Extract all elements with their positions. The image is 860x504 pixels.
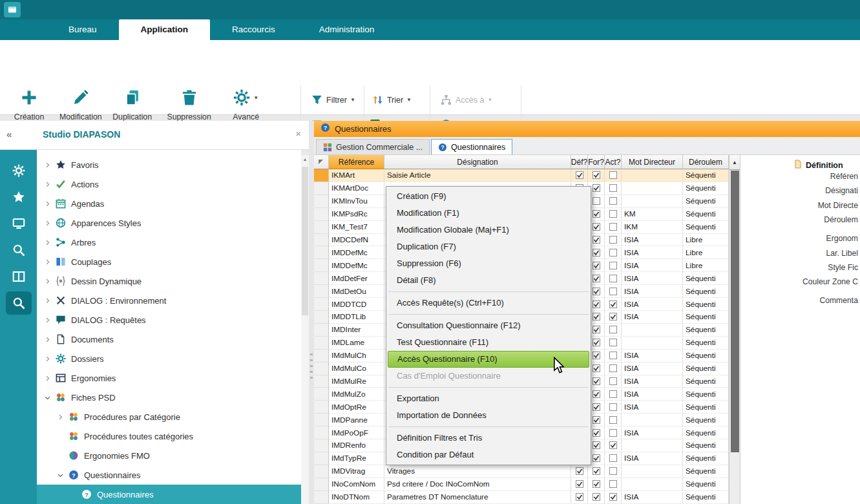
- ribbon-button-duplication[interactable]: Duplication: [112, 88, 152, 122]
- row-gutter[interactable]: [314, 478, 329, 491]
- ribbon-button-avance[interactable]: ▼Avancé: [226, 88, 266, 122]
- for-checkbox[interactable]: [593, 390, 600, 398]
- act-checkbox[interactable]: [609, 480, 617, 488]
- act-checkbox[interactable]: [609, 184, 617, 192]
- row-gutter[interactable]: [314, 285, 329, 298]
- chevron-right-icon[interactable]: [42, 315, 52, 325]
- ribbon-tab-bureau[interactable]: Bureau: [47, 19, 119, 40]
- for-checkbox[interactable]: [593, 313, 600, 320]
- for-checkbox[interactable]: [593, 288, 600, 295]
- for-checkbox[interactable]: [593, 262, 600, 269]
- tree-item-apparences-styles[interactable]: Apparences Styles: [37, 213, 301, 233]
- for-checkbox[interactable]: [593, 249, 600, 257]
- tree-scrollbar-thumb[interactable]: [302, 167, 308, 315]
- for-checkbox[interactable]: [593, 429, 600, 437]
- ribbon-button-modification[interactable]: Modification: [59, 88, 102, 122]
- table-row[interactable]: IKMArtSaisie ArticleSéquenti: [314, 169, 729, 182]
- tree-item-arbres[interactable]: Arbres: [37, 233, 301, 252]
- tree-item-questionnaires[interactable]: ?Questionnaires: [37, 465, 301, 485]
- tree-item-procedures-toutes-categories[interactable]: Procédures toutes catégories: [37, 426, 301, 446]
- act-checkbox[interactable]: [609, 313, 617, 320]
- ribbon-tab-administration[interactable]: Administration: [297, 19, 397, 40]
- act-checkbox[interactable]: [609, 249, 617, 257]
- def-checkbox[interactable]: [576, 171, 583, 179]
- chevron-right-icon[interactable]: [42, 218, 52, 228]
- strip-button-gear[interactable]: [6, 159, 32, 182]
- act-checkbox[interactable]: [609, 454, 617, 462]
- context-menu-item-modification-f1[interactable]: Modification (F1): [386, 205, 591, 222]
- for-checkbox[interactable]: [593, 223, 600, 231]
- table-scrollbar-thumb[interactable]: [731, 171, 739, 452]
- row-gutter[interactable]: [314, 272, 329, 285]
- context-menu-item-modification-globale-maj-f1[interactable]: Modification Globale (Maj+F1): [386, 222, 591, 238]
- for-checkbox[interactable]: [593, 326, 600, 333]
- tree-item-agendas[interactable]: Agendas: [37, 194, 301, 213]
- act-checkbox[interactable]: [609, 493, 617, 501]
- for-checkbox[interactable]: [593, 352, 600, 359]
- table-scrollbar[interactable]: ▲: [729, 155, 740, 504]
- sidebar-collapse-button[interactable]: «: [6, 129, 12, 140]
- act-checkbox[interactable]: [609, 352, 617, 359]
- act-checkbox[interactable]: [609, 236, 617, 244]
- for-checkbox[interactable]: [593, 454, 600, 462]
- for-checkbox[interactable]: [593, 236, 600, 244]
- act-checkbox[interactable]: [609, 326, 617, 333]
- chevron-right-icon[interactable]: [42, 198, 52, 209]
- row-gutter[interactable]: [314, 375, 329, 388]
- act-checkbox[interactable]: [609, 275, 617, 282]
- tree-item-questionnaires[interactable]: ?Questionnaires: [37, 485, 301, 504]
- tree-item-procedures-par-categorie[interactable]: Procédures par Catégorie: [37, 407, 301, 426]
- act-checkbox[interactable]: [609, 288, 617, 295]
- app-logo-icon[interactable]: [4, 2, 21, 17]
- act-checkbox[interactable]: [609, 364, 617, 372]
- row-gutter[interactable]: [314, 324, 329, 337]
- row-gutter[interactable]: [314, 337, 329, 350]
- tree-item-ergonomies[interactable]: Ergonomies: [37, 368, 301, 388]
- act-checkbox[interactable]: [609, 262, 617, 269]
- chevron-right-icon[interactable]: [42, 237, 52, 247]
- ribbon-button-trier[interactable]: Trier▼: [372, 94, 412, 105]
- table-scroll-up-icon[interactable]: ▲: [729, 155, 740, 170]
- tree-item-dossiers[interactable]: Dossiers: [37, 349, 301, 368]
- table-row[interactable]: INoDTNomParametres DT NomenclatureISIASé…: [314, 491, 729, 504]
- row-gutter[interactable]: [314, 439, 329, 452]
- act-checkbox[interactable]: [609, 390, 617, 398]
- ribbon-button-acces-a[interactable]: Accès à▼: [441, 94, 492, 105]
- column-header-for[interactable]: For?: [588, 155, 605, 169]
- document-tab-questionnaires[interactable]: ?Questionnaires: [431, 139, 512, 154]
- tree-scroll-up-icon[interactable]: ▲: [301, 155, 309, 164]
- ribbon-tab-application[interactable]: Application: [119, 19, 211, 40]
- row-gutter[interactable]: [314, 208, 329, 221]
- chevron-right-icon[interactable]: [42, 295, 52, 306]
- act-checkbox[interactable]: [609, 197, 617, 205]
- column-header-deroulem[interactable]: Déroulem: [683, 155, 729, 169]
- act-checkbox[interactable]: [609, 441, 617, 449]
- table-row[interactable]: IMDVitragVitragesSéquenti: [314, 465, 729, 478]
- for-checkbox[interactable]: [593, 275, 600, 282]
- tree-item-dessin-dynamique[interactable]: Dessin Dynamique: [37, 271, 301, 291]
- row-gutter[interactable]: [314, 221, 329, 234]
- for-checkbox[interactable]: [593, 416, 600, 424]
- chevron-right-icon[interactable]: [42, 179, 52, 189]
- tree-item-actions[interactable]: Actions: [37, 174, 301, 194]
- row-gutter[interactable]: [314, 169, 329, 182]
- column-header-designation[interactable]: Désignation: [384, 155, 571, 169]
- strip-button-star[interactable]: [6, 185, 32, 209]
- tree-item-documents[interactable]: Documents: [37, 330, 301, 349]
- row-gutter[interactable]: [314, 298, 329, 311]
- chevron-down-icon[interactable]: [55, 470, 65, 480]
- chevron-right-icon[interactable]: [42, 373, 52, 383]
- row-gutter[interactable]: [314, 362, 329, 375]
- for-checkbox[interactable]: [593, 441, 600, 449]
- tree-item-couplages[interactable]: Couplages: [37, 252, 301, 271]
- chevron-right-icon[interactable]: [42, 334, 52, 344]
- for-checkbox[interactable]: [593, 480, 600, 488]
- tree-scrollbar[interactable]: ▲: [301, 155, 309, 504]
- def-checkbox[interactable]: [576, 467, 583, 475]
- context-menu-item-detail-f8[interactable]: Détail (F8): [386, 272, 591, 289]
- row-gutter[interactable]: [314, 195, 329, 208]
- row-gutter[interactable]: [314, 465, 329, 478]
- act-checkbox[interactable]: [609, 223, 617, 231]
- chevron-right-icon[interactable]: [42, 353, 52, 364]
- for-checkbox[interactable]: [593, 339, 600, 346]
